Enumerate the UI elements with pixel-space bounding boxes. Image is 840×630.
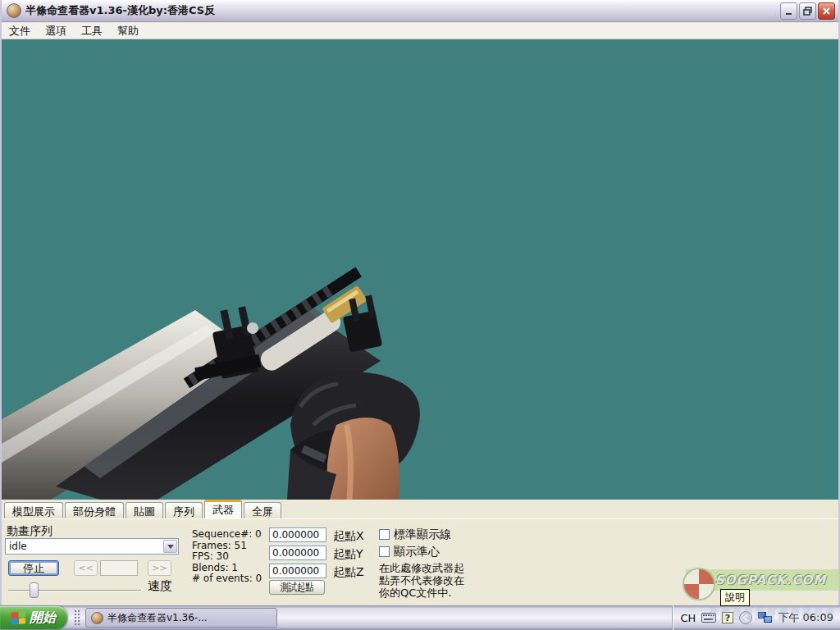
origin-x-label: 起點X xyxy=(333,529,364,544)
tab-model-display[interactable]: 模型展示 xyxy=(4,502,63,518)
tab-sequences[interactable]: 序列 xyxy=(165,502,203,518)
frame-input xyxy=(100,560,138,576)
weapon-model xyxy=(2,39,838,500)
menu-tools[interactable]: 工具 xyxy=(74,22,110,40)
system-tray: CH ? 下午 06:09 xyxy=(672,605,838,630)
prev-frame-button: << xyxy=(74,560,98,576)
origin-z-label: 起點Z xyxy=(333,565,364,580)
menu-bar: 文件 選項 工具 幫助 xyxy=(2,23,838,39)
quick-launch-handle[interactable] xyxy=(74,609,80,626)
task-app-icon xyxy=(91,612,103,624)
app-icon xyxy=(7,3,21,18)
help-icon[interactable]: ? xyxy=(722,612,733,623)
checkbox-show-crosshair-label: 顯示準心 xyxy=(394,545,440,558)
taskbar: 開始 半條命查看器v1.36-... CH ? 下午 06:09 xyxy=(0,605,840,630)
checkbox-icon[interactable] xyxy=(379,546,390,557)
sequence-select[interactable]: idle xyxy=(5,538,179,555)
restore-button[interactable] xyxy=(799,2,816,20)
model-viewport[interactable] xyxy=(2,39,838,500)
tab-textures[interactable]: 貼圖 xyxy=(126,502,163,518)
info-fps: FPS: 30 xyxy=(192,551,262,563)
sequence-select-value: idle xyxy=(6,541,163,552)
chevron-down-icon[interactable] xyxy=(163,540,177,553)
origin-note-line3: 你的QC文件中. xyxy=(379,587,464,599)
info-blends: Blends: 1 xyxy=(192,563,262,574)
svg-text:?: ? xyxy=(725,613,730,623)
next-frame-button: >> xyxy=(148,560,171,576)
origin-y-label: 起點Y xyxy=(333,547,363,562)
info-frames: Frames: 51 xyxy=(192,541,262,552)
start-button[interactable]: 開始 xyxy=(0,606,67,629)
start-button-label: 開始 xyxy=(30,609,56,627)
origin-y-input[interactable] xyxy=(269,546,326,560)
task-button-label: 半條命查看器v1.36-... xyxy=(107,611,208,625)
checkbox-show-crosshair[interactable]: 顯示準心 xyxy=(379,545,440,559)
minimize-button[interactable] xyxy=(780,2,797,20)
restore-icon xyxy=(803,7,812,16)
input-language-indicator[interactable]: CH xyxy=(681,612,696,624)
language-bar-collapse-icon[interactable] xyxy=(739,611,752,624)
speed-slider-track[interactable] xyxy=(8,590,141,591)
windows-flag-icon xyxy=(11,611,25,625)
weapon-panel: 動畫序列 idle 停止 << >> 速度 Sequence#: 0 Frame… xyxy=(2,519,838,604)
info-events: # of events: 0 xyxy=(192,573,262,585)
keyboard-icon[interactable] xyxy=(701,613,716,623)
origin-x-input[interactable] xyxy=(269,527,326,542)
help-tooltip: 說明 xyxy=(720,589,750,606)
title-bar: 半條命查看器v1.36-漢化by:香港CS反 xyxy=(2,0,838,22)
origin-note-line2: 點弄不代表修改在 xyxy=(379,574,464,587)
checkbox-icon[interactable] xyxy=(379,529,390,540)
test-origin-button-label: 測試起點 xyxy=(281,580,314,595)
taskbar-task-button[interactable]: 半條命查看器v1.36-... xyxy=(85,608,277,628)
close-icon xyxy=(822,7,831,16)
menu-file[interactable]: 文件 xyxy=(2,22,38,40)
speed-slider-thumb[interactable] xyxy=(30,582,39,598)
sequence-label: 動畫序列 xyxy=(7,524,52,539)
window-title: 半條命查看器v1.36-漢化by:香港CS反 xyxy=(25,3,778,18)
test-origin-button[interactable]: 測試起點 xyxy=(269,580,325,595)
network-icon[interactable] xyxy=(758,612,772,623)
sequence-info: Sequence#: 0 Frames: 51 FPS: 30 Blends: … xyxy=(192,529,262,585)
close-button[interactable] xyxy=(818,2,835,20)
origin-z-input[interactable] xyxy=(269,564,326,578)
tab-body-parts[interactable]: 部份身體 xyxy=(65,502,124,518)
stop-button[interactable]: 停止 xyxy=(8,560,59,576)
tab-weapon[interactable]: 武器 xyxy=(204,500,242,518)
menu-help[interactable]: 幫助 xyxy=(110,22,146,40)
menu-options[interactable]: 選項 xyxy=(38,22,74,40)
bottom-tab-strip: 模型展示 部份身體 貼圖 序列 武器 全屏 xyxy=(2,500,838,519)
checkbox-standard-lines[interactable]: 標準顯示線 xyxy=(379,527,451,542)
info-sequence: Sequence#: 0 xyxy=(192,529,262,541)
clock[interactable]: 下午 06:09 xyxy=(778,610,833,625)
app-window: 半條命查看器v1.36-漢化by:香港CS反 文件 選項 工具 幫助 xyxy=(0,0,840,605)
origin-note-line1: 在此處修改武器起 xyxy=(379,562,464,574)
minimize-icon xyxy=(784,7,793,16)
speed-label: 速度 xyxy=(148,578,172,594)
checkbox-standard-lines-label: 標準顯示線 xyxy=(394,527,451,541)
origin-note: 在此處修改武器起 點弄不代表修改在 你的QC文件中. xyxy=(379,562,464,599)
tab-fullscreen[interactable]: 全屏 xyxy=(244,502,281,518)
